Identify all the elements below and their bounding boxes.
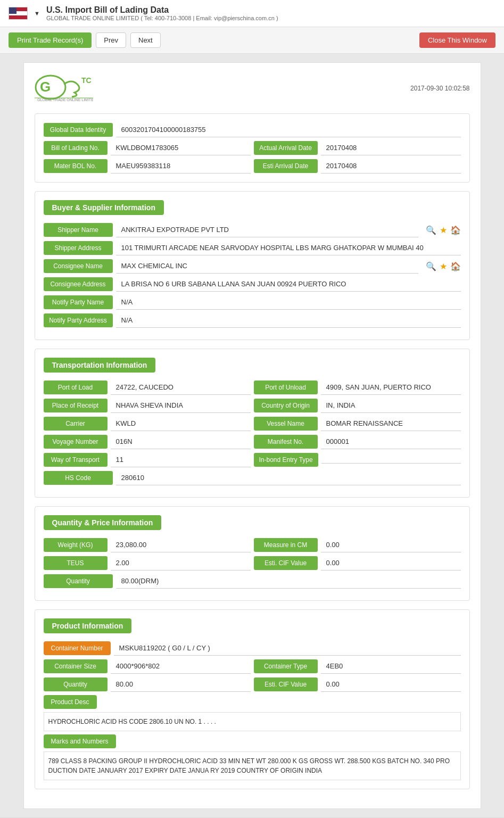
product-section: Product Information Container Number MSK… bbox=[35, 609, 470, 789]
prev-button[interactable]: Prev bbox=[96, 32, 126, 48]
port-of-load-label: Port of Load bbox=[44, 381, 108, 394]
container-type-value: 4EB0 bbox=[321, 659, 461, 674]
shipper-star-icon[interactable]: ★ bbox=[440, 225, 447, 235]
toolbar: Print Trade Record(s) Prev Next Close Th… bbox=[0, 27, 504, 54]
product-quantity-value: 80.00 bbox=[111, 677, 251, 692]
bol-label: Bill of Lading No. bbox=[44, 141, 108, 155]
global-data-identity-label: Global Data Identity bbox=[44, 123, 113, 137]
dropdown-arrow[interactable]: ▼ bbox=[34, 10, 40, 16]
svg-text:G: G bbox=[40, 79, 51, 95]
app-title: U.S. Import Bill of Lading Data bbox=[46, 5, 278, 15]
consignee-search-icon[interactable]: 🔍 bbox=[426, 261, 436, 271]
consignee-home-icon[interactable]: 🏠 bbox=[450, 261, 461, 271]
product-esti-cif-label: Esti. CIF Value bbox=[254, 677, 318, 691]
logo-area: G TC GLOBAL TRADE ONLINE LIMITED bbox=[35, 73, 93, 103]
shipper-address-label: Shipper Address bbox=[44, 241, 113, 255]
product-esti-cif-value: 0.00 bbox=[321, 677, 461, 692]
bol-value: KWLDBOM1783065 bbox=[111, 141, 251, 155]
container-number-label[interactable]: Container Number bbox=[44, 641, 111, 655]
voyage-number-label: Voyage Number bbox=[44, 435, 108, 449]
app-subtitle: GLOBAL TRADE ONLINE LIMITED ( Tel: 400-7… bbox=[46, 15, 278, 21]
notify-party-address-value: N/A bbox=[116, 313, 461, 328]
print-button[interactable]: Print Trade Record(s) bbox=[9, 32, 92, 48]
country-of-origin-value: IN, INDIA bbox=[321, 398, 461, 413]
consignee-name-label: Consignee Name bbox=[44, 259, 113, 273]
buyer-supplier-section: Buyer & Supplier Information Shipper Nam… bbox=[35, 191, 470, 340]
measure-cm-value: 0.00 bbox=[321, 538, 461, 552]
manifest-no-label: Manifest No. bbox=[254, 435, 318, 449]
port-of-unload-value: 4909, SAN JUAN, PUERTO RICO bbox=[321, 380, 461, 395]
carrier-label: Carrier bbox=[44, 417, 108, 431]
buyer-supplier-title: Buyer & Supplier Information bbox=[44, 200, 164, 215]
timestamp: 2017-09-30 10:02:58 bbox=[410, 85, 469, 92]
vessel-name-label: Vessel Name bbox=[254, 417, 318, 431]
esti-cif-label: Esti. CIF Value bbox=[254, 556, 318, 570]
esti-cif-value: 0.00 bbox=[321, 556, 461, 571]
weight-value: 23,080.00 bbox=[111, 538, 251, 552]
consignee-address-value: LA BRISA NO 6 URB SABANA LLANA SAN JUAN … bbox=[116, 277, 461, 292]
notify-party-name-label: Notify Party Name bbox=[44, 295, 113, 309]
teus-value: 2.00 bbox=[111, 556, 251, 571]
marks-numbers-button[interactable]: Marks and Numbers bbox=[44, 734, 116, 748]
notify-party-name-value: N/A bbox=[116, 295, 461, 310]
actual-arrival-value: 20170408 bbox=[321, 141, 461, 155]
next-button[interactable]: Next bbox=[130, 32, 161, 48]
document-header: G TC GLOBAL TRADE ONLINE LIMITED 2017-09… bbox=[35, 73, 470, 103]
hs-code-value: 280610 bbox=[116, 470, 461, 485]
svg-text:TC: TC bbox=[81, 76, 92, 85]
voyage-number-value: 016N bbox=[111, 434, 251, 449]
shipper-search-icon[interactable]: 🔍 bbox=[426, 225, 436, 235]
consignee-actions: 🔍 ★ 🏠 bbox=[426, 261, 461, 271]
quantity-qp-value: 80.00(DRM) bbox=[116, 574, 461, 589]
global-data-identity-value: 6003201704100000183755 bbox=[116, 122, 461, 137]
shipper-home-icon[interactable]: 🏠 bbox=[450, 225, 461, 235]
container-number-value: MSKU8119202 ( G0 / L / CY ) bbox=[114, 641, 461, 656]
quantity-qp-label: Quantity bbox=[44, 574, 113, 588]
consignee-star-icon[interactable]: ★ bbox=[440, 261, 447, 271]
marks-numbers-value: 789 CLASS 8 PACKING GROUP II HYDROCHLORI… bbox=[44, 751, 461, 780]
esti-arrival-value: 20170408 bbox=[321, 159, 461, 173]
consignee-name-value: MAX CHEMICAL INC bbox=[116, 259, 418, 274]
identity-section: Global Data Identity 6003201704100000183… bbox=[35, 113, 470, 183]
logo-svg: G TC GLOBAL TRADE ONLINE LIMITED bbox=[35, 73, 93, 101]
measure-cm-label: Measure in CM bbox=[254, 538, 318, 552]
shipper-actions: 🔍 ★ 🏠 bbox=[426, 225, 461, 235]
place-of-receipt-value: NHAVA SHEVA INDIA bbox=[111, 398, 251, 413]
country-of-origin-label: Country of Origin bbox=[254, 399, 318, 412]
notify-party-address-label: Notify Party Address bbox=[44, 313, 113, 327]
port-of-load-value: 24722, CAUCEDO bbox=[111, 380, 251, 395]
product-title: Product Information bbox=[44, 618, 132, 633]
manifest-no-value: 000001 bbox=[321, 434, 461, 449]
consignee-address-label: Consignee Address bbox=[44, 277, 113, 291]
hs-code-label: HS Code bbox=[44, 471, 113, 485]
shipper-name-value: ANKITRAJ EXPOTRADE PVT LTD bbox=[116, 222, 418, 237]
quantity-price-section: Quantity & Price Information Weight (KG)… bbox=[35, 506, 470, 601]
product-desc-button[interactable]: Product Desc bbox=[44, 695, 97, 709]
master-bol-value: MAEU959383118 bbox=[111, 159, 251, 173]
place-of-receipt-label: Place of Receipt bbox=[44, 399, 108, 412]
in-bond-entry-type-value bbox=[321, 457, 461, 464]
top-bar: ▼ U.S. Import Bill of Lading Data GLOBAL… bbox=[0, 0, 504, 27]
quantity-price-title: Quantity & Price Information bbox=[44, 515, 162, 530]
way-of-transport-value: 11 bbox=[111, 452, 251, 467]
shipper-address-value: 101 TRIMURTI ARCADE NEAR SARVODAY HOSPIT… bbox=[116, 241, 461, 255]
carrier-value: KWLD bbox=[111, 416, 251, 431]
close-window-button[interactable]: Close This Window bbox=[419, 32, 495, 48]
in-bond-entry-type-label: In-bond Entry Type bbox=[254, 453, 318, 467]
esti-arrival-label: Esti Arrival Date bbox=[254, 159, 318, 173]
transportation-section: Transportation Information Port of Load … bbox=[35, 349, 470, 498]
container-type-label: Container Type bbox=[254, 659, 318, 673]
actual-arrival-label: Actual Arrival Date bbox=[254, 141, 318, 155]
main-content: G TC GLOBAL TRADE ONLINE LIMITED 2017-09… bbox=[23, 62, 481, 809]
way-of-transport-label: Way of Transport bbox=[44, 453, 108, 467]
vessel-name-value: BOMAR RENAISSANCE bbox=[321, 416, 461, 431]
svg-text:GLOBAL TRADE ONLINE LIMITED: GLOBAL TRADE ONLINE LIMITED bbox=[37, 98, 93, 101]
container-size-label: Container Size bbox=[44, 659, 108, 673]
master-bol-label: Mater BOL No. bbox=[44, 159, 108, 173]
product-desc-value: HYDROCHLORIC ACID HS CODE 2806.10 UN NO.… bbox=[44, 712, 461, 731]
shipper-name-label: Shipper Name bbox=[44, 223, 113, 237]
container-size-value: 4000*906*802 bbox=[111, 659, 251, 674]
transportation-title: Transportation Information bbox=[44, 358, 156, 373]
weight-label: Weight (KG) bbox=[44, 538, 108, 552]
product-quantity-label: Quantity bbox=[44, 677, 108, 691]
